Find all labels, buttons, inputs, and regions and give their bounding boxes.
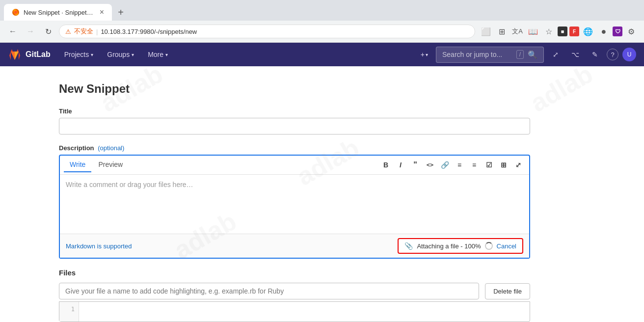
file-content-area[interactable] [79,302,530,322]
fullscreen-button[interactable]: ⤢ [511,158,525,172]
active-tab[interactable]: New Snippet · Snippets · GitLab × [4,4,112,21]
search-shortcut-key: / [516,50,524,59]
editor-footer: Markdown is supported 📎 Attaching a file… [60,234,529,258]
tab-title: New Snippet · Snippets · GitLab [24,9,96,16]
nav-item-projects[interactable]: Projects ▾ [58,47,100,62]
security-warning-icon: ⚠ [65,28,71,35]
browser-toolbar: ← → ↻ ⚠ 不安全 | 10.108.3.177:9980/-/snippe… [0,21,644,42]
settings-icon[interactable]: ⚙ [624,25,638,38]
nav-groups-label: Groups [107,51,130,58]
forward-button[interactable]: → [24,25,37,38]
nav-help-button[interactable]: ? [607,49,618,60]
back-button[interactable]: ← [6,25,20,38]
files-section: Files Delete file 1 [59,268,585,322]
reader-icon[interactable]: 📖 [526,25,540,38]
attach-file-icon: 📎 [404,242,413,250]
search-placeholder: Search or jump to... [442,51,512,58]
title-label: Title [59,107,585,115]
quote-button[interactable]: " [408,158,422,172]
file-name-input[interactable] [59,283,479,299]
unordered-list-button[interactable]: ≡ [453,158,466,172]
link-button[interactable]: 🔗 [438,158,452,172]
attach-spinner [485,242,493,250]
editor-toolbar: Write Preview B I " <> 🔗 ≡ ≡ ☑ ⊞ ⤢ [60,156,529,175]
code-button[interactable]: <> [423,158,437,172]
write-tab[interactable]: Write [64,158,91,172]
table-button[interactable]: ⊞ [497,158,510,172]
page-title: New Snippet [59,82,585,96]
ext-icon-2[interactable]: F [569,27,579,36]
nav-edit-button[interactable]: ✎ [587,47,603,62]
nav-merge-request-button[interactable]: ⌥ [567,47,583,62]
plus-icon: + [421,51,425,58]
groups-chevron-icon: ▾ [132,52,134,57]
delete-file-button[interactable]: Delete file [485,283,530,299]
description-form-group: Description (optional) Write Preview B I… [59,144,585,259]
tab-favicon [12,8,20,16]
tab-close-button[interactable]: × [100,8,104,17]
italic-button[interactable]: I [394,158,407,172]
file-editor: 1 [59,301,530,322]
nav-item-groups[interactable]: Groups ▾ [101,47,140,62]
preview-tab[interactable]: Preview [92,158,129,172]
profile-icon[interactable]: ● [597,25,611,38]
screen-icon[interactable]: ⬜ [479,25,493,38]
gitlab-nav: GitLab Projects ▾ Groups ▾ More ▾ + ▾ Se… [0,43,644,66]
shield-icon[interactable]: 🛡 [613,27,622,36]
editor-body[interactable]: Write a comment or drag your files here… [60,175,529,234]
optional-text: (optional) [98,144,124,152]
line-number-gutter: 1 [59,302,79,322]
gitlab-text: GitLab [26,50,51,59]
refresh-button[interactable]: ↻ [41,25,55,38]
address-bar[interactable]: ⚠ 不安全 | 10.108.3.177:9980/-/snippets/new [59,25,475,38]
nav-menu: Projects ▾ Groups ▾ More ▾ [58,47,409,62]
plus-chevron-icon: ▾ [426,52,428,57]
browser-chrome: New Snippet · Snippets · GitLab × + ← → … [0,0,644,43]
ordered-list-button[interactable]: ≡ [467,158,481,172]
line-number-1: 1 [71,306,75,313]
translate-icon[interactable]: 文A [510,25,524,38]
browser-toolbar-icons: ⬜ ⊞ 文A 📖 ☆ ■ F 🌐 ● 🛡 ⚙ [479,25,638,38]
more-chevron-icon: ▾ [165,52,168,57]
nav-projects-label: Projects [64,51,89,58]
task-list-button[interactable]: ☑ [482,158,496,172]
markdown-link[interactable]: Markdown is supported [66,242,132,250]
gitlab-logo[interactable]: GitLab [8,48,51,61]
editor-placeholder: Write a comment or drag your files here… [66,181,193,188]
search-icon: 🔍 [528,50,537,59]
description-editor: Write Preview B I " <> 🔗 ≡ ≡ ☑ ⊞ ⤢ Write… [59,155,530,259]
extensions-icon[interactable]: ⊞ [495,25,509,38]
separator: | [96,28,98,35]
attach-cancel-button[interactable]: Cancel [497,242,516,250]
files-header: Files [59,268,585,277]
nav-fullscreen-button[interactable]: ⤢ [548,47,564,62]
gitlab-logo-icon [8,48,22,61]
globe-icon[interactable]: 🌐 [581,25,595,38]
nav-search-box[interactable]: Search or jump to... / 🔍 [436,47,544,63]
user-avatar[interactable]: U [622,48,636,61]
new-tab-button[interactable]: + [114,5,128,19]
browser-tabs: New Snippet · Snippets · GitLab × + [0,0,644,21]
nav-right: + ▾ Search or jump to... / 🔍 ⤢ ⌥ ✎ ? U [417,47,636,63]
attach-notification: 📎 Attaching a file - 100% Cancel [398,238,523,254]
bookmark-icon[interactable]: ☆ [542,25,556,38]
ext-icon-1[interactable]: ■ [558,27,567,36]
nav-item-more[interactable]: More ▾ [142,47,174,62]
main-content: New Snippet Title Description (optional)… [27,66,617,322]
file-row: Delete file [59,283,530,299]
projects-chevron-icon: ▾ [91,52,93,57]
svg-point-2 [14,11,17,14]
title-input[interactable] [59,118,530,134]
insecure-label: 不安全 [74,27,93,36]
bold-button[interactable]: B [379,158,393,172]
description-label: Description (optional) [59,144,585,152]
url-text: 10.108.3.177:9980/-/snippets/new [101,28,469,35]
nav-more-label: More [148,51,163,58]
title-form-group: Title [59,107,585,134]
attach-status-text: Attaching a file - 100% [417,242,481,250]
nav-plus-button[interactable]: + ▾ [417,49,432,60]
